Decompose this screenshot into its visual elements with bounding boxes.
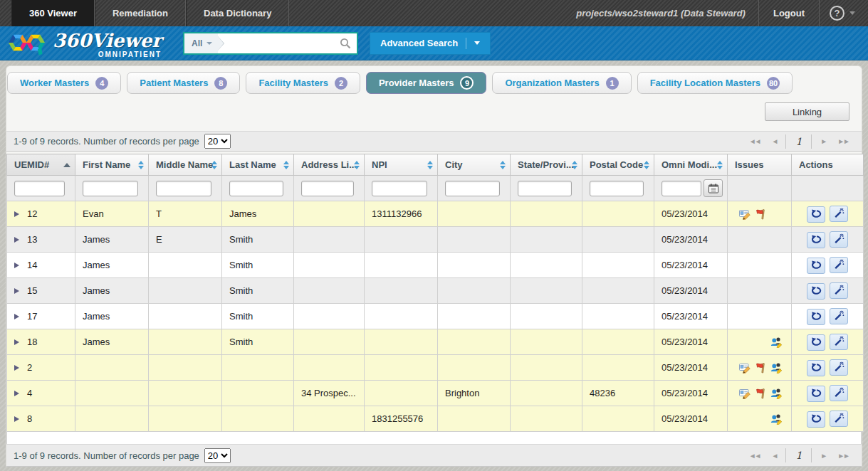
filter-input-uemid[interactable] (14, 181, 65, 196)
column-label: First Name (83, 159, 130, 170)
undo-button[interactable] (807, 411, 825, 428)
filter-input-npi[interactable] (372, 181, 427, 196)
magic-wand-button[interactable] (830, 359, 848, 376)
tab-organization-masters[interactable]: Organization Masters1 (492, 72, 631, 94)
nav-item-remediation[interactable]: Remediation (95, 0, 186, 26)
expand-row-icon[interactable] (14, 288, 19, 294)
column-header-first_name[interactable]: First Name (75, 154, 149, 176)
cell-city (438, 227, 511, 253)
calendar-button[interactable] (704, 179, 723, 197)
sort-icon[interactable] (354, 161, 360, 169)
logout-button[interactable]: Logout (759, 0, 819, 26)
filter-input-address[interactable] (301, 181, 354, 196)
undo-button[interactable] (807, 206, 825, 223)
undo-icon (810, 337, 822, 347)
magic-wand-button[interactable] (830, 231, 848, 248)
column-header-last_name[interactable]: Last Name (222, 154, 294, 176)
sort-asc-icon[interactable] (63, 163, 70, 167)
column-label: UEMID# (14, 159, 49, 170)
filter-input-city[interactable] (445, 181, 500, 196)
expand-row-icon[interactable] (14, 263, 19, 268)
page-size-select[interactable]: 20 (204, 134, 231, 149)
magic-wand-button[interactable] (830, 385, 848, 401)
magic-wand-button[interactable] (830, 308, 848, 324)
sort-icon[interactable] (644, 161, 649, 169)
tab-patient-masters[interactable]: Patient Masters8 (127, 72, 240, 94)
help-menu-button[interactable]: ? (820, 0, 868, 26)
sort-icon[interactable] (572, 161, 577, 169)
column-header-npi[interactable]: NPI (365, 154, 438, 176)
users-edit-icon (770, 337, 783, 348)
tab-worker-masters[interactable]: Worker Masters4 (7, 72, 121, 94)
current-page-number[interactable]: 1 (785, 134, 812, 149)
undo-button[interactable] (807, 283, 825, 300)
filter-input-state[interactable] (518, 181, 572, 196)
first-page-button[interactable]: ◄◄ (743, 137, 766, 145)
column-header-uemid[interactable]: UEMID# (7, 154, 75, 176)
sort-icon[interactable] (138, 161, 144, 169)
expand-row-icon[interactable] (14, 365, 19, 371)
undo-button[interactable] (807, 360, 825, 376)
next-page-button[interactable]: ► (815, 137, 832, 145)
column-label: Last Name (229, 159, 276, 170)
search-input[interactable] (218, 33, 339, 53)
undo-button[interactable] (807, 258, 825, 274)
column-header-city[interactable]: City (438, 154, 511, 176)
sort-icon[interactable] (211, 161, 217, 169)
tab-facility-masters[interactable]: Facility Masters2 (246, 72, 360, 94)
column-header-postal[interactable]: Postal Code (582, 154, 654, 176)
sort-icon[interactable] (283, 161, 289, 169)
advanced-search-caret-icon[interactable] (474, 41, 480, 45)
undo-button[interactable] (807, 334, 825, 351)
filter-input-postal[interactable] (590, 181, 644, 196)
magic-wand-button[interactable] (830, 257, 848, 273)
cell-middle_name (149, 253, 222, 278)
expand-row-icon[interactable] (14, 211, 19, 217)
advanced-search-button[interactable]: Advanced Search (370, 32, 491, 55)
last-page-button[interactable]: ►► (832, 452, 854, 460)
column-label: NPI (372, 159, 387, 170)
linking-button[interactable]: Linking (765, 102, 849, 121)
column-header-state[interactable]: State/Provi... (511, 154, 582, 176)
undo-button[interactable] (807, 386, 825, 402)
uemid-value: 4 (27, 388, 32, 398)
sort-icon[interactable] (427, 161, 433, 169)
filter-input-middle_name[interactable] (156, 181, 211, 196)
cell-last_name: Smith (222, 304, 294, 329)
next-page-button[interactable]: ► (815, 452, 832, 460)
tab-facility-location-masters[interactable]: Facility Location Masters80 (637, 72, 793, 94)
sort-icon[interactable] (500, 161, 506, 169)
expand-row-icon[interactable] (14, 237, 19, 243)
expand-row-icon[interactable] (14, 314, 19, 319)
column-header-middle_name[interactable]: Middle Name (149, 154, 222, 176)
last-page-button[interactable]: ►► (832, 137, 854, 145)
expand-row-icon[interactable] (14, 339, 19, 345)
undo-button[interactable] (807, 309, 825, 325)
nav-item-360-viewer[interactable]: 360 Viewer (11, 0, 95, 26)
prev-page-button[interactable]: ◄ (765, 452, 783, 460)
magic-wand-button[interactable] (830, 282, 848, 299)
filter-input-last_name[interactable] (229, 181, 283, 196)
cell-uemid: 13 (7, 227, 75, 253)
filter-input-first_name[interactable] (83, 181, 138, 196)
filter-input-modified[interactable] (662, 181, 701, 196)
expand-row-icon[interactable] (14, 416, 19, 422)
prev-page-button[interactable]: ◄ (765, 137, 783, 145)
column-header-address[interactable]: Address Li... (294, 154, 365, 176)
page-size-select[interactable]: 20 (204, 448, 231, 463)
cell-middle_name (149, 406, 222, 432)
sort-icon[interactable] (717, 161, 723, 169)
nav-item-data-dictionary[interactable]: Data Dictionary (186, 0, 289, 26)
current-page-number[interactable]: 1 (785, 448, 812, 462)
column-header-modified[interactable]: Omni Modi... (654, 154, 728, 176)
magic-wand-button[interactable] (830, 206, 848, 222)
undo-button[interactable] (807, 232, 825, 248)
magic-wand-button[interactable] (830, 334, 848, 350)
search-submit[interactable] (339, 33, 357, 53)
cell-address (294, 329, 365, 355)
magic-wand-button[interactable] (830, 411, 848, 427)
tab-provider-masters[interactable]: Provider Masters9 (366, 72, 487, 94)
search-scope-dropdown[interactable]: All (184, 33, 218, 53)
first-page-button[interactable]: ◄◄ (743, 452, 766, 460)
expand-row-icon[interactable] (14, 391, 19, 396)
